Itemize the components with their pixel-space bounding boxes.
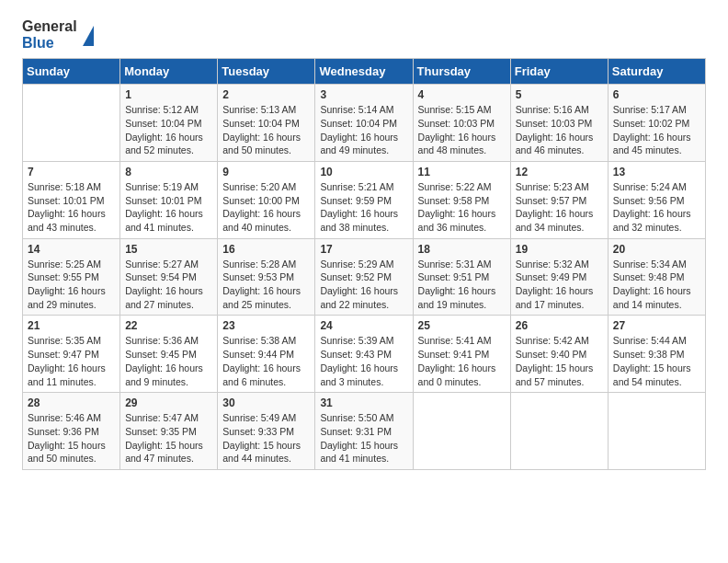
cell-text: Sunrise: 5:12 AM [125, 103, 212, 117]
day-number: 6 [613, 88, 700, 101]
logo-text: General Blue [22, 18, 77, 51]
cell-text: Daylight: 15 hours [28, 439, 115, 453]
cell-text: Daylight: 16 hours [516, 131, 603, 144]
cell-text: Daylight: 16 hours [320, 131, 407, 144]
weekday-header-thursday: Thursday [413, 59, 510, 85]
day-cell-7: 7Sunrise: 5:18 AMSunset: 10:01 PMDayligh… [23, 161, 120, 238]
cell-text: Sunrise: 5:28 AM [222, 258, 310, 271]
cell-text: and 22 minutes. [320, 298, 407, 312]
cell-text: Daylight: 15 hours [613, 362, 700, 375]
cell-text: and 32 minutes. [613, 221, 700, 235]
cell-text: and 36 minutes. [418, 221, 506, 235]
cell-text: Daylight: 16 hours [613, 131, 700, 144]
day-cell-6: 6Sunrise: 5:17 AMSunset: 10:02 PMDayligh… [608, 85, 705, 162]
cell-text: Sunrise: 5:24 AM [613, 180, 700, 194]
cell-text: Daylight: 16 hours [320, 362, 407, 375]
logo: General Blue [22, 18, 94, 51]
day-number: 9 [222, 166, 310, 178]
day-number: 2 [222, 88, 310, 101]
day-number: 23 [222, 319, 310, 332]
cell-text: and 6 minutes. [222, 375, 310, 389]
cell-text: Sunset: 9:40 PM [516, 348, 603, 362]
cell-text: Sunrise: 5:25 AM [28, 258, 115, 271]
cell-text: Sunset: 9:53 PM [222, 270, 310, 284]
day-number: 13 [613, 166, 700, 178]
day-cell-10: 10Sunrise: 5:21 AMSunset: 9:59 PMDayligh… [315, 161, 413, 238]
day-cell-30: 30Sunrise: 5:49 AMSunset: 9:33 PMDayligh… [218, 393, 315, 470]
cell-text: and 50 minutes. [28, 452, 115, 465]
day-cell-5: 5Sunrise: 5:16 AMSunset: 10:03 PMDayligh… [510, 85, 608, 162]
weekday-header-saturday: Saturday [608, 59, 705, 85]
cell-text: Sunrise: 5:42 AM [516, 334, 603, 348]
cell-text: Sunset: 9:58 PM [418, 194, 506, 208]
day-cell-11: 11Sunrise: 5:22 AMSunset: 9:58 PMDayligh… [413, 161, 510, 238]
cell-text: and 49 minutes. [320, 144, 407, 157]
cell-text: Sunrise: 5:32 AM [516, 258, 603, 271]
cell-text: Daylight: 16 hours [125, 131, 212, 144]
cell-text: Sunset: 10:03 PM [516, 117, 603, 131]
cell-text: Sunset: 9:44 PM [222, 348, 310, 362]
day-number: 17 [320, 243, 407, 256]
day-number: 29 [125, 396, 212, 409]
cell-text: and 54 minutes. [613, 375, 700, 389]
cell-text: Sunset: 9:41 PM [418, 348, 506, 362]
cell-text: and 38 minutes. [320, 221, 407, 235]
cell-text: Sunset: 9:51 PM [418, 270, 506, 284]
cell-text: Daylight: 15 hours [222, 439, 310, 453]
day-number: 28 [28, 396, 115, 409]
cell-text: and 14 minutes. [613, 298, 700, 312]
day-number: 14 [28, 243, 115, 256]
day-number: 5 [516, 88, 603, 101]
cell-text: and 11 minutes. [28, 375, 115, 389]
cell-text: Sunrise: 5:17 AM [613, 103, 700, 117]
week-row-5: 28Sunrise: 5:46 AMSunset: 9:36 PMDayligh… [23, 393, 706, 470]
cell-text: Sunrise: 5:38 AM [222, 334, 310, 348]
cell-text: and 41 minutes. [125, 221, 212, 235]
cell-text: Daylight: 16 hours [516, 284, 603, 298]
week-row-3: 14Sunrise: 5:25 AMSunset: 9:55 PMDayligh… [23, 238, 706, 316]
cell-text: Sunrise: 5:15 AM [418, 103, 506, 117]
cell-text: Daylight: 16 hours [222, 131, 310, 144]
cell-text: Sunrise: 5:13 AM [222, 103, 310, 117]
day-cell-8: 8Sunrise: 5:19 AMSunset: 10:01 PMDayligh… [120, 161, 218, 238]
day-cell-20: 20Sunrise: 5:34 AMSunset: 9:48 PMDayligh… [608, 238, 705, 316]
day-cell-3: 3Sunrise: 5:14 AMSunset: 10:04 PMDayligh… [315, 85, 413, 162]
cell-text: Sunset: 10:01 PM [125, 194, 212, 208]
cell-text: and 57 minutes. [516, 375, 603, 389]
cell-text: Sunrise: 5:23 AM [516, 180, 603, 194]
day-cell-29: 29Sunrise: 5:47 AMSunset: 9:35 PMDayligh… [120, 393, 218, 470]
cell-text: Sunset: 9:31 PM [320, 425, 407, 439]
day-cell-22: 22Sunrise: 5:36 AMSunset: 9:45 PMDayligh… [120, 316, 218, 393]
cell-text: Sunset: 10:04 PM [320, 117, 407, 131]
cell-text: and 52 minutes. [125, 144, 212, 157]
cell-text: Daylight: 16 hours [222, 207, 310, 221]
day-cell-2: 2Sunrise: 5:13 AMSunset: 10:04 PMDayligh… [218, 85, 315, 162]
cell-text: and 44 minutes. [222, 452, 310, 465]
cell-text: Sunrise: 5:46 AM [28, 411, 115, 425]
cell-text: Sunrise: 5:50 AM [320, 411, 407, 425]
logo-general: General [22, 18, 77, 35]
cell-text: Sunset: 9:59 PM [320, 194, 407, 208]
cell-text: Sunset: 9:57 PM [516, 194, 603, 208]
empty-cell [510, 393, 608, 470]
day-cell-31: 31Sunrise: 5:50 AMSunset: 9:31 PMDayligh… [315, 393, 413, 470]
cell-text: and 19 minutes. [418, 298, 506, 312]
cell-text: Daylight: 16 hours [613, 284, 700, 298]
cell-text: Sunrise: 5:34 AM [613, 258, 700, 271]
weekday-header-sunday: Sunday [23, 59, 120, 85]
cell-text: Sunset: 10:00 PM [222, 194, 310, 208]
cell-text: Sunset: 9:35 PM [125, 425, 212, 439]
cell-text: Daylight: 16 hours [28, 362, 115, 375]
cell-text: Sunset: 10:02 PM [613, 117, 700, 131]
cell-text: Sunrise: 5:20 AM [222, 180, 310, 194]
cell-text: Sunset: 9:38 PM [613, 348, 700, 362]
cell-text: Sunrise: 5:29 AM [320, 258, 407, 271]
day-number: 1 [125, 88, 212, 101]
cell-text: Daylight: 16 hours [222, 362, 310, 375]
cell-text: and 27 minutes. [125, 298, 212, 312]
cell-text: Sunset: 9:45 PM [125, 348, 212, 362]
day-cell-9: 9Sunrise: 5:20 AMSunset: 10:00 PMDayligh… [218, 161, 315, 238]
cell-text: Sunset: 9:49 PM [516, 270, 603, 284]
cell-text: Sunset: 9:55 PM [28, 270, 115, 284]
cell-text: Daylight: 16 hours [418, 131, 506, 144]
